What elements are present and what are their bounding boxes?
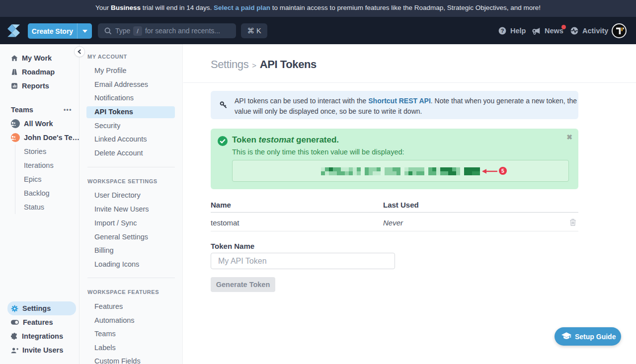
svg-text:?: ? — [501, 28, 504, 34]
